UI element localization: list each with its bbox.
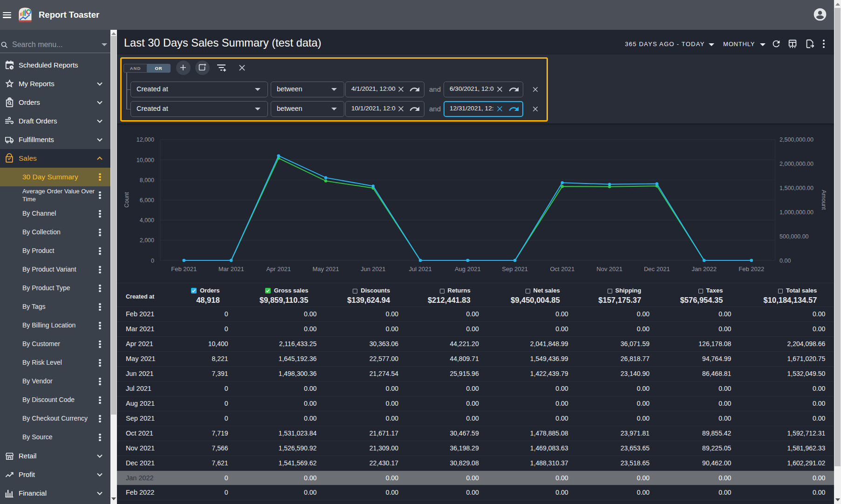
svg-text:Aug 2021: Aug 2021 (455, 266, 481, 272)
svg-text:Jun 2021: Jun 2021 (361, 266, 386, 272)
svg-text:2,500,000.00: 2,500,000.00 (779, 136, 814, 143)
svg-text:Oct 2021: Oct 2021 (550, 266, 574, 272)
svg-text:10,000: 10,000 (137, 157, 154, 163)
svg-text:8,000: 8,000 (140, 177, 154, 184)
svg-text:500,000.00: 500,000.00 (779, 233, 809, 240)
svg-text:May 2021: May 2021 (313, 266, 339, 272)
svg-text:12,000: 12,000 (137, 136, 154, 143)
svg-text:Feb 2021: Feb 2021 (171, 266, 197, 272)
svg-text:Jul 2021: Jul 2021 (409, 266, 432, 272)
svg-text:Nov 2021: Nov 2021 (596, 266, 622, 272)
svg-text:0.00: 0.00 (779, 258, 791, 264)
svg-text:Amount: Amount (820, 190, 827, 210)
svg-text:Jan 2022: Jan 2022 (691, 266, 717, 272)
svg-text:Mar 2021: Mar 2021 (219, 266, 244, 272)
svg-text:Apr 2021: Apr 2021 (266, 266, 291, 272)
svg-text:Count: Count (123, 192, 130, 208)
svg-text:2,000: 2,000 (140, 237, 154, 244)
svg-text:Sep 2021: Sep 2021 (502, 266, 528, 272)
svg-text:6,000: 6,000 (140, 197, 154, 204)
svg-text:2,000,000.00: 2,000,000.00 (779, 161, 814, 167)
svg-text:Feb 2022: Feb 2022 (738, 266, 764, 272)
svg-text:1,000,000.00: 1,000,000.00 (779, 209, 814, 216)
svg-text:4,000: 4,000 (140, 217, 154, 224)
svg-text:1,500,000.00: 1,500,000.00 (779, 185, 814, 191)
svg-text:0: 0 (151, 258, 154, 264)
svg-text:Dec 2021: Dec 2021 (644, 266, 670, 272)
